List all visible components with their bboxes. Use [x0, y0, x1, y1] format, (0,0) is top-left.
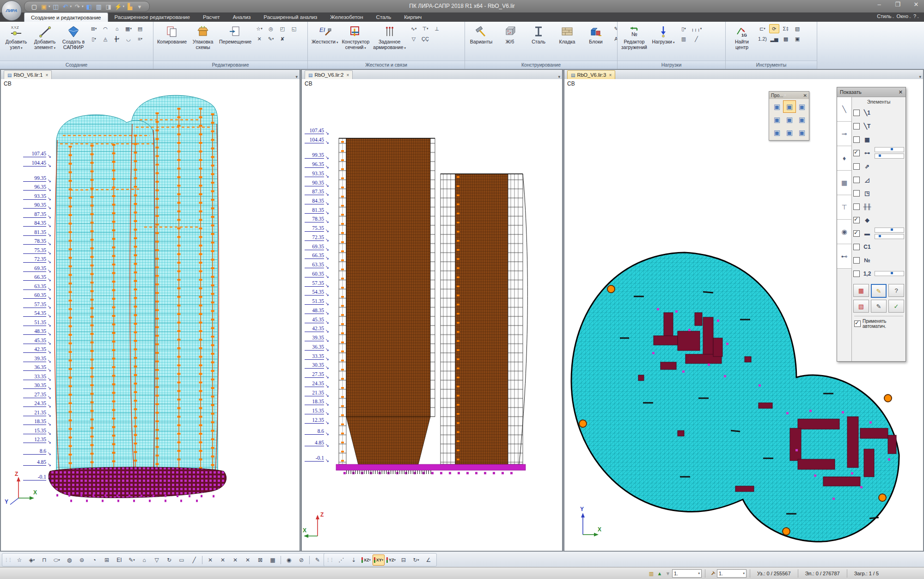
ribbon-tab-8[interactable]: Кирпич: [398, 12, 428, 22]
lira-logo[interactable]: ЛИРА: [1, 0, 22, 21]
slider-thumb[interactable]: [879, 154, 881, 157]
restore-button[interactable]: ❐: [892, 1, 904, 8]
loads-button[interactable]: Нагрузки ▾: [649, 23, 678, 62]
fragment-flags-button[interactable]: ▦: [853, 284, 869, 297]
tab-marker[interactable]: ♦: [837, 146, 851, 171]
frame-select-icon[interactable]: ⊓: [38, 554, 50, 566]
proj-yz-button[interactable]: YZ▾: [385, 554, 397, 566]
fragment-edit-button[interactable]: ▧: [853, 300, 869, 313]
weights-icon[interactable]: ▽: [409, 34, 419, 43]
lines-a-icon[interactable]: A: [611, 34, 618, 43]
blocks-button[interactable]: Блоки: [581, 23, 610, 62]
ruler-icon[interactable]: ⊏▾: [757, 24, 768, 33]
cc-icon[interactable]: ÇÇ: [420, 34, 430, 43]
flow-horizontal-icon[interactable]: ⊜: [76, 554, 88, 566]
plate-numbers-checkbox[interactable]: [853, 257, 860, 264]
building-icon[interactable]: ▤: [135, 24, 145, 33]
steel-button[interactable]: Сталь: [524, 23, 553, 62]
strip-load-icon[interactable]: ╷╷╷▾: [690, 24, 703, 33]
brush-icon[interactable]: ╱: [188, 554, 200, 566]
masonry-button[interactable]: Кладка: [553, 23, 581, 62]
doc-corner-icon[interactable]: ◰: [277, 24, 288, 33]
supports-checkbox[interactable]: [853, 203, 860, 210]
stiffness-class-checkbox[interactable]: [853, 244, 860, 250]
node-axes-icon[interactable]: ╋▾: [112, 34, 122, 43]
scheme-3d-icon[interactable]: ⌂: [138, 554, 150, 566]
rigid-inserts-checkbox-slider[interactable]: [875, 234, 904, 239]
doc-move-icon[interactable]: ◱: [289, 24, 299, 33]
tab-mosaic[interactable]: ▦: [837, 171, 851, 195]
hinges-checkbox[interactable]: [853, 150, 860, 156]
node-select-icon[interactable]: ◈▾: [26, 554, 38, 566]
pack-scheme-button[interactable]: Упаковка схемы: [189, 23, 217, 62]
rotate-scheme-icon[interactable]: ↻: [163, 554, 175, 566]
frame-generator-icon[interactable]: ⊞▾: [89, 24, 99, 33]
ribbon-tab-5[interactable]: Расширенный анализ: [257, 12, 324, 22]
delete-frame-icon[interactable]: ⊠: [254, 554, 266, 566]
slider-thumb[interactable]: [891, 148, 893, 150]
mesh-icon[interactable]: ▦▾: [123, 24, 134, 33]
ribbon-tab-1[interactable]: Создание и редактирование: [24, 12, 108, 22]
proj-top[interactable]: ▣: [783, 126, 796, 139]
close-button[interactable]: ✕: [910, 1, 922, 8]
bottle-icon[interactable]: ▯▾: [679, 24, 689, 33]
menu-Стиль[interactable]: Стиль ⌄: [877, 12, 894, 22]
tool-box-icon[interactable]: ▣: [792, 34, 802, 43]
slider-thumb[interactable]: [879, 235, 881, 237]
pane3-close-icon[interactable]: ×: [609, 73, 612, 78]
dimension-lines-checkbox-slider[interactable]: [875, 271, 904, 276]
proj-xy-button[interactable]: XY▾: [373, 554, 385, 566]
menu-?[interactable]: ? ⌄: [913, 12, 919, 22]
load-editor-button[interactable]: №Редактор загружений: [619, 23, 649, 62]
axis-vectors-icon[interactable]: ⇣: [348, 554, 360, 566]
move-button[interactable]: Перемещение: [217, 23, 253, 62]
find-center-button[interactable]: 1GНайти центр: [728, 23, 756, 62]
show-panel-close-icon[interactable]: ✕: [899, 89, 903, 95]
plate-axes-checkbox[interactable]: [853, 177, 860, 183]
arc-icon[interactable]: ◡: [123, 34, 134, 43]
rotate-view-icon[interactable]: ↻▾: [410, 554, 422, 566]
projections-close-icon[interactable]: ✕: [803, 93, 807, 98]
delete-block-icon[interactable]: ▦: [267, 554, 279, 566]
ribbon-tab-6[interactable]: Железобетон: [324, 12, 369, 22]
minimize-button[interactable]: –: [873, 1, 885, 8]
tab-visibility[interactable]: ◉: [837, 220, 851, 244]
capitel-icon[interactable]: ⊤▾: [420, 24, 430, 33]
column-icon[interactable]: ▯▾: [89, 34, 99, 43]
proj-right[interactable]: ▣: [771, 126, 783, 139]
delete-node-icon[interactable]: ✕: [217, 554, 229, 566]
proj-dimetric[interactable]: ▣: [783, 100, 796, 113]
set-reinforcement-button[interactable]: Заданное армирование ▾: [371, 23, 408, 62]
model-canvas-3d[interactable]: СВ: [1, 79, 300, 551]
copy-button[interactable]: Копирование: [155, 23, 189, 62]
scissors-icon[interactable]: ✕: [254, 34, 264, 43]
mesh-node[interactable]: [884, 394, 892, 402]
pane2-tab-chevron-icon[interactable]: ▾: [558, 74, 560, 79]
ribbon-tab-7[interactable]: Сталь: [370, 12, 398, 22]
pane1-tab-chevron-icon[interactable]: ▾: [295, 74, 298, 79]
chart-icon[interactable]: ▂▅: [769, 34, 779, 43]
mesh-node[interactable]: [607, 285, 615, 293]
rigid-inserts-checkbox[interactable]: [853, 230, 860, 237]
stairs-icon[interactable]: ≡▾: [135, 34, 145, 43]
section-constructor-button[interactable]: Конструктор сечений ▾: [340, 23, 371, 62]
ellipse-select-icon[interactable]: ⬭▾: [51, 554, 63, 566]
create-sapfir-button[interactable]: Создать в САПФИР: [59, 23, 88, 62]
rotate-box-icon[interactable]: ⟳: [769, 24, 779, 33]
zoom-cancel-icon[interactable]: ⊘: [295, 554, 307, 566]
local-axes-checkbox[interactable]: [853, 163, 860, 170]
palette-icon[interactable]: ▩: [781, 34, 791, 43]
model-canvas-elevation[interactable]: СВ: [302, 79, 562, 551]
surface-icon[interactable]: ◠: [100, 24, 110, 33]
proj-isometric[interactable]: ▣: [771, 100, 783, 113]
tab-design[interactable]: ⊤: [837, 195, 851, 220]
apply-button[interactable]: ✓: [888, 300, 904, 313]
rc-button[interactable]: Ж/б: [496, 23, 524, 62]
draw-inactive-button[interactable]: ✎: [871, 300, 887, 313]
tab-draw-elements[interactable]: ╲: [837, 97, 851, 122]
delete-support-icon[interactable]: ✕: [242, 554, 254, 566]
sigma-icon[interactable]: Σ‡: [781, 24, 791, 33]
draw-active-button[interactable]: ✎: [871, 284, 887, 298]
pane2-tab[interactable]: ▤ RbO_V6.lir:2 ×: [305, 70, 353, 79]
truss-generator-icon[interactable]: ◬: [100, 34, 110, 43]
